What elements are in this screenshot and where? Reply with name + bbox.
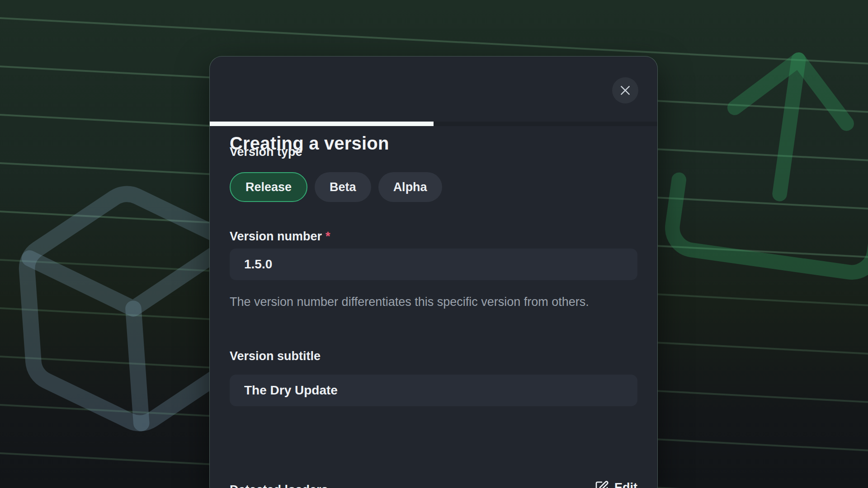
creating-version-dialog: Creating a version Version type Release …: [209, 56, 658, 488]
close-icon: [619, 84, 631, 96]
square-pen-icon: [594, 480, 609, 488]
progress-fill: [210, 122, 434, 126]
version-type-label: Version type: [230, 145, 302, 159]
close-button[interactable]: [612, 77, 638, 103]
version-type-alpha[interactable]: Alpha: [378, 172, 442, 202]
version-number-input[interactable]: [230, 249, 637, 280]
edit-loaders-button[interactable]: Edit: [594, 480, 637, 488]
version-type-options: Release Beta Alpha: [230, 172, 442, 202]
version-subtitle-input[interactable]: [230, 375, 637, 406]
version-type-release[interactable]: Release: [230, 172, 307, 202]
detected-loaders-label: Detected loaders: [230, 483, 328, 488]
step-progress-bar: [210, 122, 657, 126]
version-number-label: Version number*: [230, 230, 330, 244]
upload-arrow-icon: [631, 7, 868, 314]
required-asterisk: *: [326, 230, 330, 243]
version-type-beta[interactable]: Beta: [315, 172, 371, 202]
edit-label: Edit: [614, 481, 637, 488]
version-number-help: The version number differentiates this s…: [230, 292, 589, 312]
version-subtitle-label: Version subtitle: [230, 349, 321, 363]
